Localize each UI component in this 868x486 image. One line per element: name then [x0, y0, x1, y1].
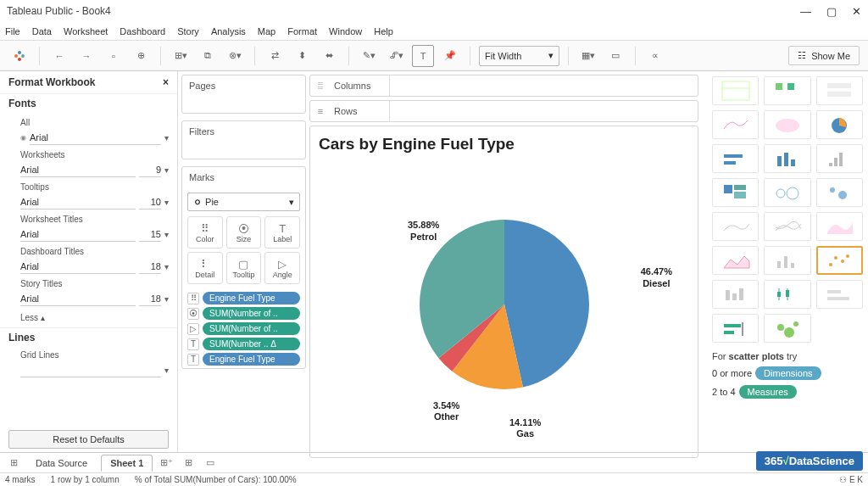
- svg-rect-29: [791, 263, 794, 268]
- showme-thumb-15[interactable]: [712, 246, 759, 275]
- showme-thumb-9[interactable]: [712, 178, 759, 207]
- fonts-wstitles-size[interactable]: 15: [139, 227, 161, 242]
- showme-thumb-20[interactable]: [816, 280, 863, 309]
- columns-shelf[interactable]: ⦙⦙⦙ Columns: [309, 75, 698, 97]
- showme-thumb-1[interactable]: [764, 76, 810, 105]
- showme-thumb-22[interactable]: [764, 314, 810, 343]
- pin-icon[interactable]: 📌: [439, 45, 461, 67]
- fonts-worksheets-size[interactable]: 9: [139, 163, 161, 177]
- sort-desc-icon[interactable]: ⬌: [318, 45, 340, 67]
- fonts-storytitles-size[interactable]: 18: [139, 292, 161, 306]
- duplicate-icon[interactable]: ⧉: [197, 45, 219, 67]
- tab-datasource[interactable]: Data Source: [27, 455, 96, 471]
- pill-sum-number-size[interactable]: ⦿SUM(Number of ..: [187, 307, 300, 320]
- new-worksheet-icon[interactable]: ⊞⁺: [158, 457, 175, 468]
- viz-title[interactable]: Cars by Engine Fuel Type: [319, 135, 689, 154]
- present-icon[interactable]: ▭: [604, 45, 626, 67]
- highlight-icon[interactable]: ✎▾: [358, 45, 380, 67]
- fonts-storytitles-font[interactable]: Arial: [20, 292, 136, 306]
- marks-card: Marks ⭘ Pie▾ ⠿Color ⦿Size TLabel ⠇Detail…: [181, 166, 306, 369]
- menu-story[interactable]: Story: [177, 26, 199, 36]
- new-story-icon[interactable]: ▭: [202, 457, 219, 468]
- fonts-dbtitles-font[interactable]: Arial: [20, 260, 136, 274]
- fonts-worksheets-font[interactable]: Arial: [20, 163, 136, 177]
- back-icon[interactable]: ←: [48, 45, 70, 67]
- menu-file[interactable]: File: [5, 26, 20, 36]
- fonts-tooltips-size[interactable]: 10: [139, 195, 161, 209]
- pill-engine-fuel-type-label[interactable]: TEngine Fuel Type: [187, 353, 300, 366]
- menu-format[interactable]: Format: [287, 26, 317, 36]
- menu-worksheet[interactable]: Worksheet: [64, 26, 108, 36]
- format-panel-title: Format Workbook: [8, 76, 95, 88]
- menu-map[interactable]: Map: [258, 26, 275, 36]
- maximize-icon[interactable]: ▢: [826, 5, 837, 18]
- reset-defaults-button[interactable]: Reset to Defaults: [8, 430, 169, 449]
- new-data-icon[interactable]: ⊕: [130, 45, 152, 67]
- new-dashboard-icon[interactable]: ⊞: [180, 457, 197, 468]
- showme-thumb-0[interactable]: [712, 76, 759, 105]
- menu-window[interactable]: Window: [329, 26, 362, 36]
- new-sheet-icon[interactable]: ⊞▾: [170, 45, 192, 67]
- pill-engine-fuel-type-color[interactable]: ⠿Engine Fuel Type: [187, 292, 300, 304]
- showme-thumb-21[interactable]: [712, 314, 759, 343]
- fonts-dbtitles-size[interactable]: 18: [139, 260, 161, 274]
- showme-button[interactable]: ☷ Show Me: [788, 46, 860, 65]
- forward-icon[interactable]: →: [75, 45, 97, 67]
- pie-chart[interactable]: 46.47%Diesel 14.11%Gas 3.54%Other 35.88%…: [319, 160, 689, 449]
- label-icon[interactable]: T: [412, 45, 434, 67]
- tab-sheet1[interactable]: Sheet 1: [101, 455, 153, 472]
- gridlines-dropdown[interactable]: [20, 363, 161, 377]
- share-icon[interactable]: ∝: [644, 45, 666, 67]
- marks-type-dropdown[interactable]: ⭘ Pie▾: [187, 193, 300, 211]
- showme-thumb-18[interactable]: [712, 280, 759, 309]
- showme-thumb-11[interactable]: [816, 178, 863, 207]
- menu-dashboard[interactable]: Dashboard: [120, 26, 165, 36]
- fonts-wstitles-font[interactable]: Arial: [20, 227, 136, 242]
- fit-dropdown[interactable]: Fit Width ▾: [479, 46, 559, 66]
- clear-icon[interactable]: ⊗▾: [224, 45, 246, 67]
- showme-thumb-16[interactable]: [764, 246, 810, 275]
- marks-tooltip[interactable]: ▢Tooltip: [226, 252, 262, 284]
- menu-analysis[interactable]: Analysis: [211, 26, 246, 36]
- showme-thumb-12[interactable]: [712, 212, 759, 241]
- pages-shelf[interactable]: Pages: [181, 75, 306, 114]
- showme-thumb-6[interactable]: [712, 144, 759, 173]
- minimize-icon[interactable]: —: [800, 5, 811, 18]
- group-icon[interactable]: 🖇▾: [385, 45, 407, 67]
- swap-icon[interactable]: ⇄: [264, 45, 286, 67]
- logo-icon[interactable]: [8, 45, 31, 67]
- fonts-less-toggle[interactable]: Less ▴: [0, 308, 177, 327]
- label-icon: T: [187, 354, 199, 366]
- showme-thumb-4[interactable]: [764, 110, 810, 139]
- close-icon[interactable]: ✕: [852, 5, 861, 18]
- fonts-all-dropdown[interactable]: Arial: [30, 131, 161, 145]
- marks-label[interactable]: TLabel: [264, 216, 300, 249]
- showme-thumb-13[interactable]: [764, 212, 810, 241]
- filters-shelf[interactable]: Filters: [181, 120, 306, 159]
- svg-rect-17: [829, 163, 832, 166]
- close-panel-icon[interactable]: ×: [163, 76, 169, 88]
- showme-thumb-14[interactable]: [816, 212, 863, 241]
- marks-detail[interactable]: ⠇Detail: [187, 252, 223, 284]
- viz-column: ⦙⦙⦙ Columns ≡ Rows Cars by Engine Fuel T…: [309, 71, 702, 452]
- showme-thumb-5[interactable]: [816, 110, 863, 139]
- showme-thumb-19[interactable]: [764, 280, 810, 309]
- marks-color[interactable]: ⠿Color: [187, 216, 223, 249]
- fonts-tooltips-font[interactable]: Arial: [20, 195, 136, 209]
- showme-thumb-3[interactable]: [712, 110, 759, 139]
- showme-thumb-2[interactable]: [816, 76, 863, 105]
- save-icon[interactable]: ▫: [103, 45, 125, 67]
- showme-thumb-8[interactable]: [816, 144, 863, 173]
- showme-thumb-10[interactable]: [764, 178, 810, 207]
- rows-shelf[interactable]: ≡ Rows: [309, 100, 698, 122]
- showme-thumb-7[interactable]: [764, 144, 810, 173]
- pill-sum-number-angle[interactable]: ▷SUM(Number of ..: [187, 322, 300, 335]
- sort-asc-icon[interactable]: ⬍: [291, 45, 313, 67]
- marks-size[interactable]: ⦿Size: [226, 216, 262, 249]
- menu-help[interactable]: Help: [374, 26, 393, 36]
- cards-icon[interactable]: ▦▾: [577, 45, 599, 67]
- showme-thumb-17[interactable]: [816, 246, 863, 275]
- marks-angle[interactable]: ▷Angle: [264, 252, 300, 284]
- menu-data[interactable]: Data: [32, 26, 52, 36]
- pill-sum-number-label[interactable]: TSUM(Number .. Δ: [187, 338, 300, 350]
